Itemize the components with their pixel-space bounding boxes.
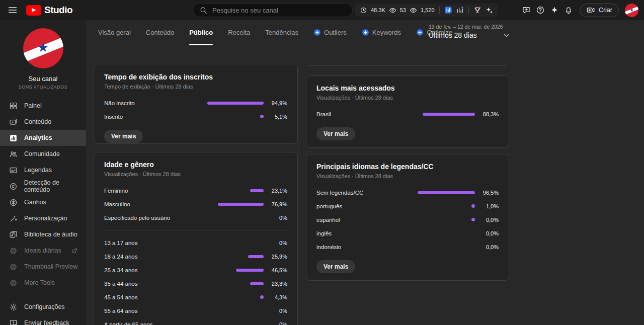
clock-icon	[360, 7, 367, 14]
metric-bar	[250, 282, 264, 285]
metric-row-feminino: Feminino23,1%	[104, 184, 287, 197]
metric-label: Não inscrito	[104, 100, 135, 106]
metric-row-45-a-54-anos: 45 a 54 anos4,3%	[104, 290, 287, 304]
metric-bar-area	[204, 216, 264, 219]
card-subtitle: Tempo de exibição · Últimos 28 dias	[104, 84, 287, 90]
hamburger-menu-icon[interactable]	[7, 0, 18, 20]
sparkle-button[interactable]	[547, 3, 561, 17]
tab-publico[interactable]: Público	[189, 20, 213, 45]
trophy-icon[interactable]	[473, 6, 481, 14]
see-more-button[interactable]: Ver mais	[104, 130, 143, 143]
metric-bar	[218, 203, 264, 206]
metric-bar-area	[204, 241, 264, 245]
metric-bar-area	[204, 309, 264, 312]
tab-label: Visão geral	[98, 29, 131, 36]
date-range-selector[interactable]: 13 de fev. – 12 de mar. de 2026 Últimos …	[429, 24, 509, 39]
sidebar-item-enviar-feedback[interactable]: Enviar feedback	[0, 315, 86, 325]
eye-icon	[410, 7, 417, 14]
main-area: Visão geralConteúdoPúblicoReceitaTendênc…	[86, 20, 644, 325]
topbar-actions: Criar★	[519, 0, 644, 20]
account-avatar[interactable]: ★	[625, 4, 638, 17]
tab-keywords[interactable]: Keywords	[362, 20, 401, 45]
customize-icon	[9, 214, 18, 223]
metric-row-25-a-34-anos: 25 a 34 anos46,5%	[104, 263, 287, 277]
metric-value: 1,0%	[478, 203, 499, 209]
metric-row-inscrito: Inscrito5,1%	[104, 110, 287, 123]
vidiq-badge-icon[interactable]	[444, 6, 452, 14]
metric-row-ingles: inglês0,0%	[316, 226, 499, 240]
tab-label: Outliers	[324, 29, 347, 36]
sidebar-item-biblioteca-de-audio[interactable]: Biblioteca de áudio	[0, 226, 86, 242]
metric-value: 0,0%	[478, 244, 499, 250]
stat-value: 53	[400, 7, 406, 13]
metric-value: 0%	[267, 308, 287, 314]
search-input[interactable]	[212, 7, 333, 14]
tab-receita[interactable]: Receita	[228, 20, 250, 45]
metric-label: Masculino	[104, 201, 130, 207]
metric-bar-area	[204, 296, 264, 299]
sidebar-item-configuracoes[interactable]: Configurações	[0, 299, 86, 315]
tab-visao-geral[interactable]: Visão geral	[98, 20, 131, 45]
metric-row-masculino: Masculino76,9%	[104, 197, 287, 211]
gear-icon	[9, 303, 18, 311]
equalizer-icon[interactable]	[456, 6, 464, 14]
tab-outliers[interactable]: Outliers	[313, 20, 347, 45]
channel-avatar[interactable]: ★	[23, 28, 63, 68]
metric-label: inglês	[316, 230, 332, 236]
tab-conteudo[interactable]: Conteúdo	[146, 20, 174, 45]
copyright-icon	[9, 182, 18, 191]
metric-bar-area	[204, 282, 264, 285]
metric-value: 5,1%	[267, 114, 287, 120]
brand-name: Studio	[44, 5, 72, 16]
metric-value: 94,9%	[267, 100, 287, 106]
sidebar-item-deteccao-de-conteudo[interactable]: Detecção de conteúdo	[0, 178, 86, 194]
sidebar-item-label: Detecção de conteúdo	[24, 179, 86, 193]
sidebar-item-personalizacao[interactable]: Personalização	[0, 210, 86, 226]
metric-value: 0%	[267, 240, 287, 246]
sparkle-plus-icon[interactable]	[485, 6, 493, 14]
audio-library-icon	[9, 230, 18, 239]
create-button[interactable]: Criar	[580, 4, 619, 17]
search-box[interactable]	[193, 3, 353, 17]
metric-label: 45 a 54 anos	[104, 294, 138, 300]
metric-bar-area	[204, 203, 264, 206]
search-icon	[199, 6, 208, 15]
metric-bar	[207, 102, 264, 105]
metric-dot	[471, 218, 475, 221]
metric-row-indonesio: indonésio0,0%	[316, 240, 499, 254]
metric-dot	[471, 204, 475, 208]
bell-button[interactable]	[561, 3, 576, 17]
metric-row-35-a-44-anos: 35 a 44 anos23,3%	[104, 277, 287, 290]
metric-value: 46,5%	[267, 267, 287, 273]
metric-label: Inscrito	[104, 114, 123, 120]
sidebar-item-ganhos[interactable]: Ganhos	[0, 194, 86, 210]
sidebar-item-painel[interactable]: Painel	[0, 98, 86, 114]
sidebar-item-thumbnail-preview[interactable]: Thumbnail Preview	[0, 259, 86, 275]
external-link-icon	[71, 248, 78, 254]
sidebar-item-conteudo[interactable]: Conteúdo	[0, 114, 86, 130]
eye-icon	[389, 7, 396, 14]
metric-row-brasil: Brasil88,3%	[316, 107, 499, 121]
sidebar-footer-menu: ConfiguraçõesEnviar feedback	[0, 299, 86, 325]
sidebar-item-comunidade[interactable]: Comunidade	[0, 146, 86, 162]
tab-tendencias[interactable]: Tendências	[265, 20, 298, 45]
metric-rows: Feminino23,1%Masculino76,9%Especificado …	[104, 184, 287, 325]
card-subscriber-watch-time: Tempo de exibição dos inscritosTempo de …	[94, 65, 298, 144]
sidebar-item-ideais-diarias[interactable]: Ideais diárias	[0, 242, 86, 259]
create-video-icon	[586, 6, 595, 15]
sidebar-item-analytics[interactable]: Analytics	[0, 130, 86, 146]
youtube-studio-logo[interactable]: Studio	[26, 0, 72, 20]
see-more-button[interactable]: Ver mais	[316, 127, 355, 140]
tab-label: Público	[189, 29, 213, 36]
see-more-button[interactable]: Ver mais	[316, 260, 355, 273]
help-button[interactable]	[533, 3, 547, 17]
metric-label: A partir de 65 anos	[104, 321, 153, 325]
feedback-bubble-button[interactable]	[519, 3, 533, 17]
sidebar-item-more-tools[interactable]: More Tools	[0, 275, 86, 291]
metric-bar-area	[204, 323, 264, 325]
sidebar-item-legendas[interactable]: Legendas	[0, 162, 86, 178]
metric-label: indonésio	[316, 244, 341, 250]
channel-stats-widget[interactable]: 48.3K531,520	[355, 4, 498, 17]
flag-star-icon: ★	[629, 8, 633, 13]
metric-rows: Sem legendas/CC96,5%português1,0%espanho…	[316, 186, 499, 254]
